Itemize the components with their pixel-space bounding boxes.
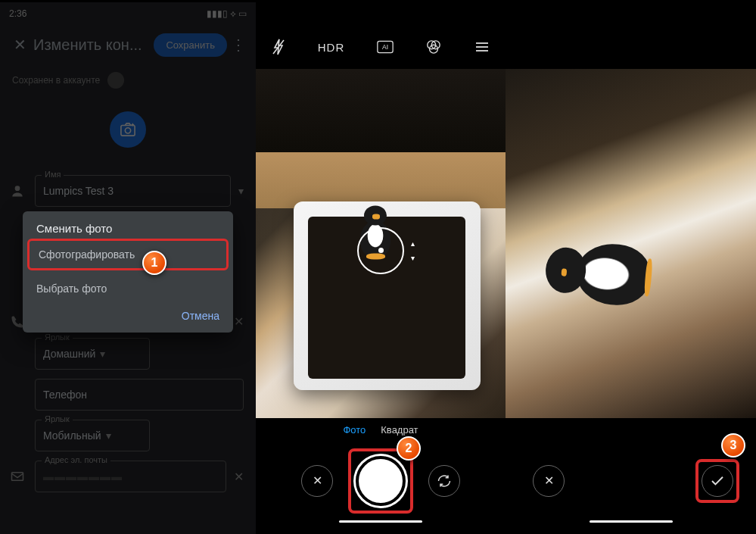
dropdown-icon: ▾ bbox=[106, 429, 111, 442]
camera-capture-screen: HDR AI ▴▾ Фото Квадрат ✕ 2 bbox=[256, 2, 506, 534]
home-indicator[interactable] bbox=[256, 520, 506, 534]
shutter-button[interactable] bbox=[356, 456, 406, 506]
dialog-cancel-button[interactable]: Отмена bbox=[23, 304, 233, 333]
confirm-highlight bbox=[695, 459, 739, 503]
camera-add-icon bbox=[120, 122, 136, 137]
cancel-capture-button[interactable]: ✕ bbox=[301, 465, 333, 497]
mode-square[interactable]: Квадрат bbox=[381, 424, 418, 436]
edit-contact-header: ✕ Изменить кон... Сохранить ⋮ bbox=[0, 25, 256, 64]
battery-icon: ▭ bbox=[238, 8, 247, 19]
hdr-toggle[interactable]: HDR bbox=[318, 41, 345, 54]
name-label: Имя bbox=[42, 170, 64, 179]
captured-photo-preview bbox=[506, 69, 756, 418]
retake-button[interactable]: ✕ bbox=[533, 465, 565, 497]
svg-text:AI: AI bbox=[382, 43, 388, 51]
label-text-2: Ярлык bbox=[42, 414, 73, 423]
dialog-title: Сменить фото bbox=[23, 211, 233, 241]
status-time: 2:36 bbox=[9, 8, 26, 19]
signal-icon: ▮▮▮▯ bbox=[207, 8, 228, 19]
label-text: Ярлык bbox=[42, 333, 73, 342]
clear-phone-icon[interactable]: ✕ bbox=[234, 314, 244, 329]
name-value: Lumpics Test 3 bbox=[43, 185, 114, 197]
camera-modes: Фото Квадрат bbox=[256, 418, 506, 441]
focus-point bbox=[378, 248, 384, 253]
status-bar: 2:36 ▮▮▮▯ ⟡ ▭ bbox=[0, 2, 256, 25]
confirm-controls: ✕ 3 bbox=[506, 441, 756, 520]
focus-ring[interactable]: ▴▾ bbox=[357, 227, 404, 274]
contact-photo-wrap bbox=[0, 96, 256, 170]
email-icon bbox=[8, 471, 27, 482]
choose-photo-label: Выбрать фото bbox=[36, 283, 107, 295]
filters-icon[interactable] bbox=[425, 39, 442, 55]
status-icons: ▮▮▮▯ ⟡ ▭ bbox=[207, 8, 247, 19]
scene-penguin-rotated bbox=[534, 230, 653, 315]
svg-rect-0 bbox=[121, 126, 135, 136]
phone2-row: Телефон bbox=[0, 374, 256, 415]
step-badge-3: 3 bbox=[721, 433, 745, 457]
person-icon bbox=[8, 183, 27, 198]
svg-point-2 bbox=[15, 186, 20, 191]
camera-confirm-screen: ✕ 3 bbox=[506, 2, 756, 534]
phone2-label-dropdown[interactable]: Ярлык Мобильный▾ bbox=[35, 420, 150, 451]
email-label: Адрес эл. почты bbox=[42, 455, 110, 464]
exposure-slider[interactable]: ▴▾ bbox=[411, 239, 415, 262]
confirm-photo-button[interactable] bbox=[702, 465, 733, 497]
expand-name-icon[interactable]: ▾ bbox=[238, 185, 244, 197]
step-badge-1: 1 bbox=[142, 251, 166, 275]
save-button[interactable]: Сохранить bbox=[154, 33, 227, 57]
spacer bbox=[506, 2, 756, 69]
name-row: Имя Lumpics Test 3 ▾ bbox=[0, 170, 256, 211]
hamburger-icon[interactable] bbox=[474, 42, 490, 52]
add-photo-button[interactable] bbox=[110, 111, 146, 148]
saved-in-label: Сохранен в аккаунте bbox=[12, 75, 100, 86]
phone-label-row: Ярлык Домашний▾ bbox=[0, 333, 256, 374]
page-title: Изменить кон... bbox=[33, 36, 154, 54]
step-badge-2: 2 bbox=[397, 436, 421, 461]
camera-top-controls: HDR AI bbox=[256, 2, 506, 69]
clear-email-icon[interactable]: ✕ bbox=[234, 470, 244, 484]
phone-label-dropdown[interactable]: Ярлык Домашний▾ bbox=[35, 338, 150, 370]
svg-point-1 bbox=[125, 128, 130, 133]
take-photo-label: Сфотографировать bbox=[39, 248, 135, 261]
overflow-menu-icon[interactable]: ⋮ bbox=[227, 36, 250, 54]
mode-photo[interactable]: Фото bbox=[343, 424, 366, 436]
close-icon[interactable]: ✕ bbox=[6, 36, 33, 54]
take-photo-option[interactable]: Сфотографировать bbox=[27, 239, 229, 270]
phone2-label-value: Мобильный bbox=[43, 429, 101, 442]
contacts-edit-screen: 2:36 ▮▮▮▯ ⟡ ▭ ✕ Изменить кон... Сохранит… bbox=[0, 2, 256, 534]
ai-mode-icon[interactable]: AI bbox=[377, 40, 394, 54]
email-field[interactable]: Адрес эл. почты ▬▬▬▬▬▬▬ bbox=[35, 461, 226, 492]
camera-controls: ✕ 2 bbox=[256, 441, 506, 520]
saved-in-account: Сохранен в аккаунте bbox=[0, 64, 256, 96]
flash-icon[interactable] bbox=[272, 39, 285, 55]
email-value-masked: ▬▬▬▬▬▬▬ bbox=[43, 470, 123, 482]
phone2-placeholder: Телефон bbox=[43, 389, 87, 401]
dropdown-icon: ▾ bbox=[100, 348, 105, 360]
choose-photo-option[interactable]: Выбрать фото bbox=[23, 273, 233, 304]
spacer bbox=[506, 418, 756, 441]
email-row: Адрес эл. почты ▬▬▬▬▬▬▬ ✕ bbox=[0, 456, 256, 497]
scene-background bbox=[256, 69, 506, 208]
switch-camera-button[interactable] bbox=[428, 465, 460, 497]
wifi-icon: ⟡ bbox=[230, 8, 236, 19]
phone-label-value: Домашний bbox=[43, 348, 95, 360]
camera-viewfinder[interactable]: ▴▾ bbox=[256, 69, 506, 418]
home-indicator[interactable] bbox=[506, 520, 756, 534]
change-photo-dialog: Сменить фото Сфотографировать Выбрать фо… bbox=[23, 211, 233, 333]
svg-rect-3 bbox=[12, 473, 23, 481]
account-avatar bbox=[107, 72, 124, 89]
phone2-label-row: Ярлык Мобильный▾ bbox=[0, 415, 256, 456]
phone2-field[interactable]: Телефон bbox=[35, 379, 244, 411]
name-field[interactable]: Имя Lumpics Test 3 bbox=[35, 175, 231, 207]
